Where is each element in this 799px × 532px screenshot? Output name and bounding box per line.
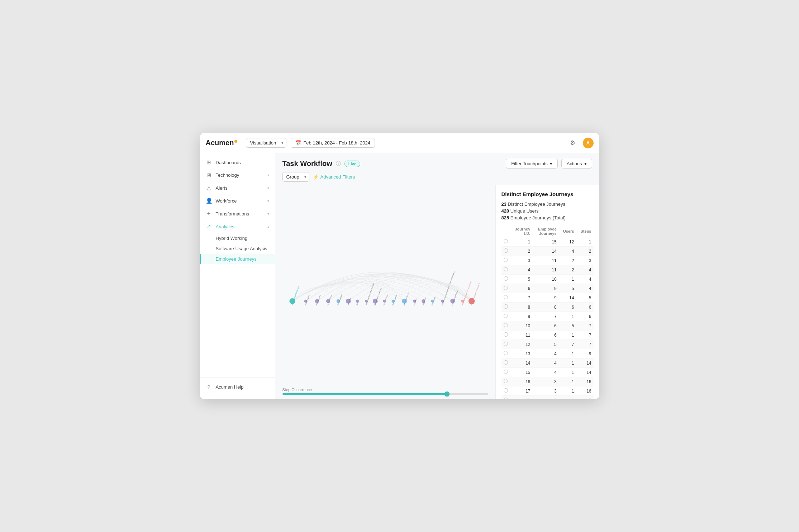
col-users: Users bbox=[559, 225, 576, 237]
table-row[interactable]: 12577 bbox=[501, 340, 594, 349]
table-header-row: JourneyI.D. EmployeeJourneys Users Steps bbox=[501, 225, 594, 237]
sidebar-item-software-usage[interactable]: Software Usage Analysis bbox=[200, 243, 275, 254]
row-radio[interactable] bbox=[501, 247, 510, 256]
table-row[interactable]: 21442 bbox=[501, 247, 594, 256]
table-row[interactable]: 13419 bbox=[501, 349, 594, 358]
table-row[interactable]: 79145 bbox=[501, 293, 594, 303]
transformations-icon: ✦ bbox=[206, 210, 212, 217]
date-range-button[interactable]: 📅 Feb 12th, 2024 - Feb 18th, 2024 bbox=[291, 138, 375, 148]
logo-dot bbox=[234, 140, 237, 143]
cell-users: 6 bbox=[559, 303, 576, 312]
row-radio[interactable] bbox=[501, 312, 510, 321]
cell-employee-journeys: 6 bbox=[532, 331, 558, 340]
cell-steps: 4 bbox=[576, 275, 593, 284]
row-radio[interactable] bbox=[501, 368, 510, 377]
table-row[interactable]: 144114 bbox=[501, 358, 594, 368]
page-title: Task Workflow bbox=[282, 160, 332, 168]
table-row[interactable]: 41124 bbox=[501, 265, 594, 275]
table-row[interactable]: 173116 bbox=[501, 386, 594, 396]
table-row[interactable]: 163116 bbox=[501, 377, 594, 386]
row-radio[interactable] bbox=[501, 265, 510, 275]
table-row[interactable]: 154114 bbox=[501, 368, 594, 377]
table-row[interactable]: 8866 bbox=[501, 303, 594, 312]
advanced-filters-button[interactable]: ⚡ Advanced Filters bbox=[313, 174, 355, 180]
sidebar-item-hybrid-working[interactable]: Hybrid Working bbox=[200, 233, 275, 243]
table-row[interactable]: 51014 bbox=[501, 275, 594, 284]
row-radio[interactable] bbox=[501, 396, 510, 399]
technology-icon: 🖥 bbox=[206, 172, 212, 178]
sidebar-item-employee-journeys[interactable]: Employee Journeys bbox=[200, 254, 275, 264]
cell-journey-id: 3 bbox=[510, 256, 533, 265]
slider-thumb[interactable] bbox=[444, 391, 450, 396]
cell-steps: 14 bbox=[576, 358, 593, 368]
row-radio[interactable] bbox=[501, 358, 510, 368]
filter-icon: ⚡ bbox=[313, 174, 319, 180]
cell-journey-id: 7 bbox=[510, 293, 533, 303]
filter-touchpoints-button[interactable]: Filter Touchpoints ▾ bbox=[506, 159, 558, 168]
chevron-down-icon: ▾ bbox=[267, 186, 269, 190]
sidebar-item-analytics[interactable]: ↗ Analytics ▴ bbox=[200, 220, 275, 233]
cell-journey-id: 6 bbox=[510, 284, 533, 293]
row-radio[interactable] bbox=[501, 340, 510, 349]
right-panel: Distinct Employee Journeys 23 Distinct E… bbox=[495, 185, 599, 399]
row-radio[interactable] bbox=[501, 284, 510, 293]
stat-distinct: 23 Distinct Employee Journeys bbox=[501, 201, 594, 207]
live-badge: Live bbox=[344, 161, 360, 167]
stat-total-journeys: 825 Employee Journeys (Total) bbox=[501, 215, 594, 220]
sidebar-item-technology[interactable]: 🖥 Technology ▾ bbox=[200, 169, 275, 181]
cell-employee-journeys: 4 bbox=[532, 368, 558, 377]
cell-journey-id: 10 bbox=[510, 321, 533, 331]
cell-employee-journeys: 14 bbox=[532, 247, 558, 256]
table-row[interactable]: 9716 bbox=[501, 312, 594, 321]
row-radio[interactable] bbox=[501, 321, 510, 331]
row-radio[interactable] bbox=[501, 275, 510, 284]
panel-title: Distinct Employee Journeys bbox=[501, 191, 594, 197]
cell-users: 1 bbox=[559, 312, 576, 321]
cell-employee-journeys: 3 bbox=[532, 377, 558, 386]
chevron-down-icon: ▾ bbox=[267, 173, 269, 177]
cell-users: 5 bbox=[559, 321, 576, 331]
group-select-wrapper[interactable]: Group bbox=[282, 172, 309, 182]
cell-users: 1 bbox=[559, 358, 576, 368]
actions-button[interactable]: Actions ▾ bbox=[561, 159, 592, 168]
visualisation-select[interactable]: Visualisation bbox=[246, 138, 286, 148]
row-radio[interactable] bbox=[501, 293, 510, 303]
visualisation-select-wrapper[interactable]: Visualisation bbox=[246, 138, 286, 148]
chevron-down-icon: ▾ bbox=[550, 161, 552, 166]
table-row[interactable]: 31123 bbox=[501, 256, 594, 265]
table-row[interactable]: 115121 bbox=[501, 237, 594, 247]
table-row[interactable]: 10657 bbox=[501, 321, 594, 331]
sidebar-item-alerts[interactable]: △ Alerts ▾ bbox=[200, 181, 275, 194]
sidebar: ⊞ Dashboards 🖥 Technology ▾ △ Alerts ▾ 👤… bbox=[200, 153, 275, 399]
table-row[interactable]: 6954 bbox=[501, 284, 594, 293]
cell-employee-journeys: 9 bbox=[532, 293, 558, 303]
help-item[interactable]: ? Acumen Help bbox=[200, 381, 275, 393]
logo: Acumen bbox=[206, 139, 238, 147]
cell-steps: 16 bbox=[576, 377, 593, 386]
alerts-icon: △ bbox=[206, 185, 212, 191]
group-select[interactable]: Group bbox=[282, 172, 309, 182]
chevron-down-icon: ▾ bbox=[267, 212, 269, 216]
cell-employee-journeys: 11 bbox=[532, 256, 558, 265]
sidebar-item-dashboards[interactable]: ⊞ Dashboards bbox=[200, 156, 275, 169]
sidebar-item-transformations[interactable]: ✦ Transformations ▾ bbox=[200, 207, 275, 220]
cell-users: 6 bbox=[559, 396, 576, 399]
table-row[interactable]: 18367 bbox=[501, 396, 594, 399]
row-radio[interactable] bbox=[501, 386, 510, 396]
table-row[interactable]: 11617 bbox=[501, 331, 594, 340]
info-icon[interactable]: ⓘ bbox=[336, 161, 341, 167]
cell-steps: 5 bbox=[576, 293, 593, 303]
row-radio[interactable] bbox=[501, 331, 510, 340]
settings-button[interactable]: ⚙ bbox=[567, 137, 579, 149]
sidebar-item-workforce[interactable]: 👤 Workforce ▾ bbox=[200, 194, 275, 207]
chevron-down-icon: ▾ bbox=[584, 161, 587, 166]
slider-track[interactable] bbox=[282, 393, 488, 395]
journey-table: JourneyI.D. EmployeeJourneys Users Steps… bbox=[501, 225, 594, 399]
row-radio[interactable] bbox=[501, 349, 510, 358]
avatar[interactable]: A bbox=[583, 138, 594, 148]
cell-users: 2 bbox=[559, 256, 576, 265]
row-radio[interactable] bbox=[501, 256, 510, 265]
row-radio[interactable] bbox=[501, 303, 510, 312]
row-radio[interactable] bbox=[501, 237, 510, 247]
row-radio[interactable] bbox=[501, 377, 510, 386]
